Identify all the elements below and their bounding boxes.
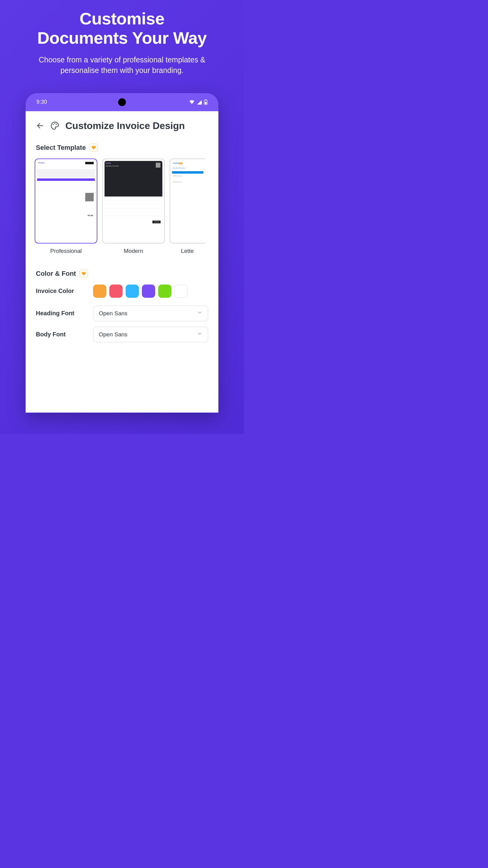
color-swatch-blue[interactable] (126, 284, 139, 298)
body-font-select[interactable]: Open Sans (93, 327, 208, 342)
chevron-down-icon (197, 331, 202, 338)
statusbar: 9:30 (26, 93, 218, 111)
template-list: Invoice ₹42,480 (35, 158, 208, 254)
back-button[interactable] (36, 121, 44, 130)
signal-icon (197, 100, 202, 104)
svg-rect-1 (205, 99, 206, 100)
template-modern[interactable]: Invoice Spacepless Co-working ₹28,32,00 … (102, 158, 165, 254)
battery-icon (204, 99, 207, 105)
invoice-color-label: Invoice Color (36, 287, 87, 294)
svg-point-4 (54, 123, 55, 124)
svg-rect-2 (205, 102, 207, 104)
color-swatch-red[interactable] (109, 284, 123, 298)
phone-frame: 9:30 Cus (26, 93, 218, 412)
statusbar-time: 9:30 (36, 99, 47, 105)
camera-notch (118, 98, 126, 106)
color-swatch-orange[interactable] (93, 284, 106, 298)
premium-badge (79, 270, 88, 278)
template-professional[interactable]: Invoice ₹42,480 (35, 158, 97, 254)
premium-badge (90, 144, 98, 152)
hero-title: Customise Documents Your Way (37, 9, 207, 48)
heading-font-select[interactable]: Open Sans (93, 306, 208, 321)
color-swatch-purple[interactable] (142, 284, 155, 298)
heading-font-label: Heading Font (36, 310, 87, 317)
svg-point-5 (56, 124, 57, 125)
color-font-heading: Color & Font (36, 270, 76, 278)
template-label: Professional (50, 248, 82, 254)
svg-point-3 (53, 124, 54, 125)
chevron-down-icon (197, 310, 202, 317)
wifi-icon (189, 100, 195, 104)
template-label: Lette (181, 248, 194, 254)
select-template-heading: Select Template (36, 144, 86, 152)
body-font-label: Body Font (36, 331, 87, 338)
template-label: Modern (124, 248, 143, 254)
template-letter[interactable]: Invoice PAID Meta More Pharmacy Web Deve… (170, 158, 205, 254)
color-swatch-green[interactable] (158, 284, 171, 298)
page-title: Customize Invoice Design (65, 120, 185, 131)
palette-icon (50, 121, 60, 131)
color-swatches (93, 284, 188, 298)
color-picker-button[interactable] (174, 284, 188, 298)
hero-subtitle: Choose from a variety of professional te… (26, 55, 218, 76)
